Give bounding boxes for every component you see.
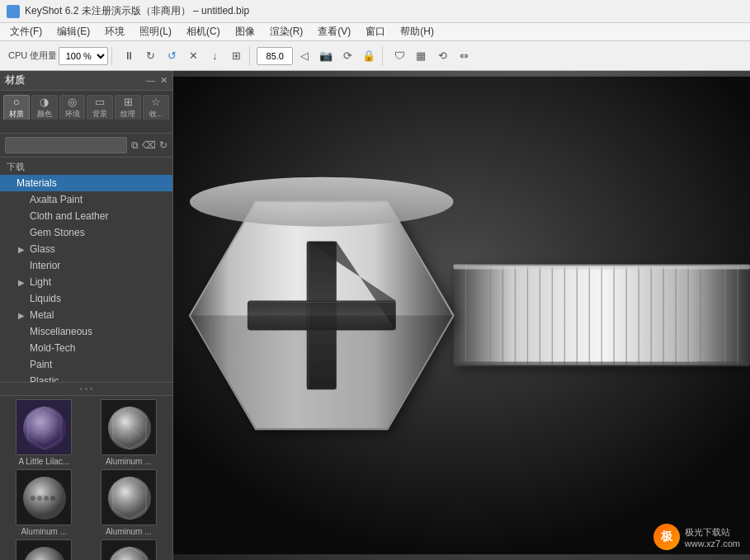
menu-window[interactable]: 窗口: [359, 23, 392, 40]
search-input[interactable]: [5, 137, 127, 153]
tab-bg-label: 背景: [92, 109, 107, 120]
panel-header: 材质 — ✕: [0, 71, 172, 91]
cpu-label: CPU 使用量: [8, 49, 57, 62]
tree-item-label: Mold-Tech: [30, 342, 167, 354]
tab-texture[interactable]: ⊞ 纹理: [115, 95, 141, 120]
screw-render: [173, 71, 750, 560]
cpu-select[interactable]: 100 %: [59, 47, 108, 65]
zoom-minus-button[interactable]: ◁: [295, 46, 314, 66]
thumb-lilac[interactable]: A Little Lilac...: [3, 399, 85, 466]
search-bar: ⧉ ⌫ ↻: [0, 134, 172, 158]
grid2-button[interactable]: ▦: [411, 46, 431, 66]
bg-tab-icon: ▭: [95, 96, 105, 108]
tab-collect[interactable]: ☆ 收...: [143, 95, 169, 120]
tree-item-label: Glass: [30, 243, 167, 255]
logo-circle: 极: [653, 524, 680, 550]
menu-image[interactable]: 图像: [229, 23, 262, 40]
thumbnail-area: A Little Lilac...: [0, 395, 172, 560]
logo-url: www.xz7.com: [685, 539, 740, 548]
logo-text-group: 极光下载站 www.xz7.com: [685, 526, 740, 548]
thumb-lilac-image: [16, 399, 72, 455]
tree-item-moldtech[interactable]: Mold-Tech: [0, 340, 172, 356]
thumb-aluminum4[interactable]: Aluminum ...: [3, 539, 85, 560]
tree-item-light[interactable]: ▶ Light: [0, 274, 172, 290]
expand-icon: ▶: [18, 278, 30, 287]
svg-point-68: [190, 177, 454, 227]
search-filter-button[interactable]: ⧉: [130, 137, 139, 153]
render-viewport[interactable]: KeyShot KeyShot KeyShot KeyShot KeyShot …: [173, 71, 750, 560]
tree-item-misc[interactable]: Miscellaneous: [0, 323, 172, 340]
texture-tab-icon: ⊞: [124, 96, 133, 108]
photo-button[interactable]: 📷: [316, 46, 336, 66]
tree-item-label: Materials: [17, 177, 167, 189]
thumb-aluminum1[interactable]: Aluminum ...: [88, 399, 170, 466]
tree-item-cloth[interactable]: Cloth and Leather: [0, 208, 172, 224]
tree-item-label: Light: [30, 276, 167, 288]
menu-render[interactable]: 渲染(R): [263, 23, 310, 40]
tab-color-label: 颜色: [37, 109, 52, 120]
tab-material[interactable]: ○ 材质: [3, 95, 30, 120]
menu-lighting[interactable]: 照明(L): [133, 23, 178, 40]
tree-area: Materials Axalta Paint Cloth and Leather…: [0, 175, 172, 382]
tab-bar: ○ 材质 ◑ 颜色 ◎ 环境 ▭ 背景 ⊞ 纹理: [0, 91, 172, 134]
app-icon: [7, 5, 20, 18]
pause-button[interactable]: ⏸: [119, 46, 139, 66]
tree-item-label: Cloth and Leather: [30, 210, 167, 222]
thumb-aluminum3[interactable]: Aluminum ...: [88, 469, 170, 536]
tree-item-metal[interactable]: ▶ Metal: [0, 307, 172, 323]
env-tab-icon: ◎: [68, 96, 77, 108]
refresh2-button[interactable]: ⟳: [337, 46, 357, 66]
menu-help[interactable]: 帮助(H): [394, 23, 441, 40]
thumb-aluminum2-image: [16, 469, 72, 525]
thumb-aluminum3-label: Aluminum ...: [92, 527, 166, 536]
menu-view[interactable]: 查看(V): [311, 23, 357, 40]
tree-item-glass[interactable]: ▶ Glass: [0, 241, 172, 257]
tab-color[interactable]: ◑ 颜色: [31, 95, 58, 120]
thumb-aluminum5[interactable]: Aluminum ...: [88, 539, 170, 560]
thumb-aluminum3-image: [101, 469, 157, 525]
svg-point-19: [108, 477, 151, 520]
shield-button[interactable]: 🛡: [389, 46, 409, 66]
tools-group: 🛡 ▦ ⟲ ⇔: [386, 46, 477, 66]
toolbar: CPU 使用量 100 % ⏸ ↻ ↺ ✕ ↓ ⊞ ◁ 📷 ⟳ 🔒 🛡 ▦ ⟲ …: [0, 41, 750, 71]
window-title: KeyShot 6.2 未注册演示版（非商用） – untitled.bip: [25, 4, 249, 18]
panel-close-button[interactable]: ✕: [160, 75, 167, 86]
rotate2-button[interactable]: ⟲: [432, 46, 452, 66]
menu-camera[interactable]: 相机(C): [180, 23, 227, 40]
playback-group: ⏸ ↻ ↺ ✕ ↓ ⊞: [116, 46, 250, 66]
menu-edit[interactable]: 编辑(E): [50, 23, 97, 40]
search-refresh-button[interactable]: ↻: [159, 137, 167, 153]
tree-item-materials[interactable]: Materials: [0, 175, 172, 191]
search-clear-button[interactable]: ⌫: [142, 137, 156, 153]
material-tab-icon: ○: [13, 96, 20, 108]
panel-minimize-button[interactable]: —: [146, 75, 155, 86]
tab-env[interactable]: ◎ 环境: [59, 95, 86, 120]
refresh-button[interactable]: ↻: [140, 46, 160, 66]
tab-env-label: 环境: [65, 109, 80, 120]
down-button[interactable]: ↓: [205, 46, 224, 66]
menu-env[interactable]: 环境: [98, 23, 131, 40]
lock-button[interactable]: 🔒: [359, 46, 379, 66]
tree-item-plastic[interactable]: Plastic: [0, 373, 172, 382]
tree-item-interior[interactable]: Interior: [0, 257, 172, 274]
thumb-aluminum2[interactable]: Aluminum ...: [3, 469, 85, 536]
tree-item-paint[interactable]: Paint: [0, 356, 172, 373]
tree-section-label: 下载: [0, 158, 172, 175]
thumb-aluminum2-label: Aluminum ...: [7, 527, 81, 536]
collect-tab-icon: ☆: [151, 96, 161, 108]
svg-point-17: [50, 496, 55, 501]
zoom-input[interactable]: [257, 47, 293, 65]
thumb-aluminum5-image: [101, 539, 157, 560]
tree-item-liquids[interactable]: Liquids: [0, 290, 172, 307]
rotate-button[interactable]: ↺: [162, 46, 182, 66]
thumb-lilac-label: A Little Lilac...: [7, 457, 81, 466]
titlebar: KeyShot 6.2 未注册演示版（非商用） – untitled.bip: [0, 0, 750, 23]
cross-button[interactable]: ✕: [183, 46, 203, 66]
tree-item-axalta[interactable]: Axalta Paint: [0, 191, 172, 208]
grid-button[interactable]: ⊞: [226, 46, 246, 66]
menu-file[interactable]: 文件(F): [3, 23, 49, 40]
tab-bg[interactable]: ▭ 背景: [87, 95, 113, 120]
tree-item-gem[interactable]: Gem Stones: [0, 224, 172, 241]
thumbnail-grid: A Little Lilac...: [3, 399, 169, 560]
arrows-button[interactable]: ⇔: [454, 46, 474, 66]
